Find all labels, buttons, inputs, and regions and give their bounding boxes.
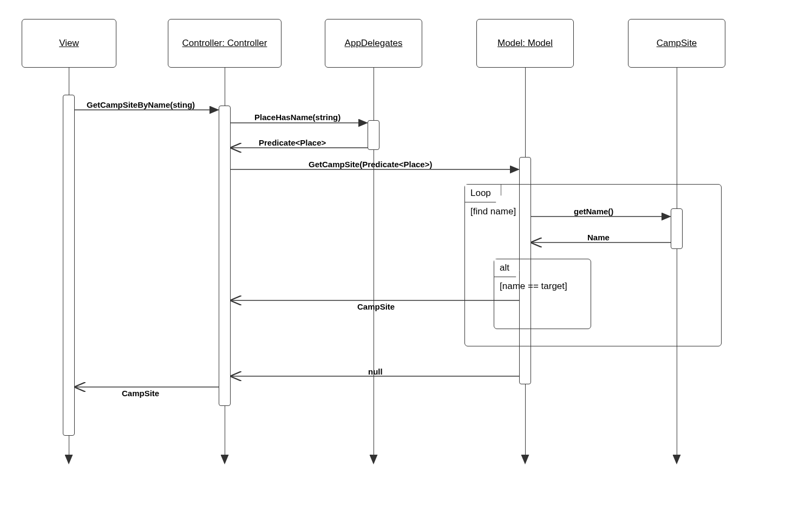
frame-loop-condition: [find name] <box>470 206 516 217</box>
participant-appdelegates-label: AppDelegates <box>345 38 403 49</box>
message-null: null <box>368 367 383 376</box>
participant-campsite: CampSite <box>628 19 725 68</box>
participant-controller: Controller: Controller <box>168 19 281 68</box>
participant-model-label: Model: Model <box>497 38 553 49</box>
frame-alt-condition: [name == target] <box>500 281 567 292</box>
sequence-diagram: View Controller: Controller AppDelegates… <box>0 0 812 518</box>
participant-view-label: View <box>59 38 79 49</box>
frame-alt-title: alt <box>494 259 520 277</box>
lifeline-view-top <box>69 68 69 95</box>
participant-controller-label: Controller: Controller <box>182 38 267 49</box>
activation-appdelegates <box>368 120 379 150</box>
message-getcampsitebyname: GetCampSiteByName(sting) <box>87 100 195 109</box>
lifeline-view-bottom <box>69 436 69 457</box>
participant-campsite-label: CampSite <box>657 38 697 49</box>
activation-controller <box>219 106 231 406</box>
message-name: Name <box>587 233 610 242</box>
frame-loop-title: Loop <box>465 185 501 202</box>
message-predicate: Predicate<Place> <box>259 138 326 147</box>
message-campsite-final: CampSite <box>122 389 159 398</box>
message-getname: getName() <box>574 207 613 216</box>
activation-view <box>63 95 75 436</box>
frame-alt: alt [name == target] <box>494 259 591 329</box>
lifeline-controller-bottom <box>225 406 225 457</box>
message-campsite-return: CampSite <box>357 302 395 311</box>
participant-model: Model: Model <box>476 19 574 68</box>
lifeline-controller-top <box>225 68 225 106</box>
participant-appdelegates: AppDelegates <box>325 19 422 68</box>
message-placehasname: PlaceHasName(string) <box>254 113 340 122</box>
lifeline-model-top <box>525 68 526 157</box>
lifeline-model-bottom <box>525 384 526 457</box>
participant-view: View <box>22 19 116 68</box>
message-getcampsite: GetCampSite(Predicate<Place>) <box>309 160 432 169</box>
lifeline-appdelegates-top <box>374 68 374 120</box>
